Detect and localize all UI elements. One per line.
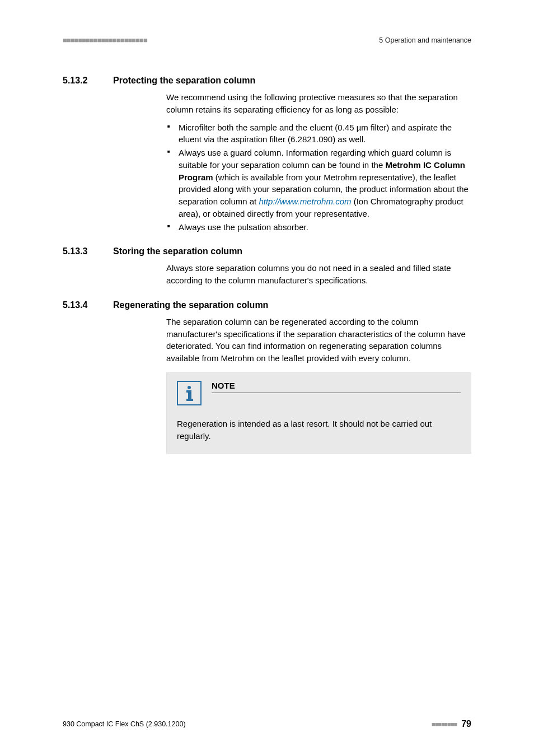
section-5-13-2: 5.13.2 Protecting the separation column … <box>63 76 471 233</box>
note-label: NOTE <box>212 381 461 393</box>
section-body: We recommend using the following protect… <box>166 91 471 233</box>
section-heading-row: 5.13.2 Protecting the separation column <box>63 76 471 86</box>
svg-point-0 <box>188 386 191 389</box>
intro-paragraph: We recommend using the following protect… <box>166 91 471 116</box>
header-dashes: ■■■■■■■■■■■■■■■■■■■■■■ <box>63 36 147 44</box>
section-heading-row: 5.13.3 Storing the separation column <box>63 246 471 256</box>
body-paragraph: Always store separation columns you do n… <box>166 262 471 287</box>
info-glyph-icon <box>184 385 195 401</box>
list-item: Microfilter both the sample and the elue… <box>166 122 471 146</box>
bullet-list: Microfilter both the sample and the elue… <box>166 122 471 234</box>
note-title-wrap: NOTE <box>212 381 461 393</box>
note-block: NOTE Regeneration is intended as a last … <box>166 372 471 454</box>
section-5-13-4: 5.13.4 Regenerating the separation colum… <box>63 300 471 454</box>
list-item-text: Microfilter both the sample and the elue… <box>179 123 452 144</box>
page: ■■■■■■■■■■■■■■■■■■■■■■ 5 Operation and m… <box>0 0 534 756</box>
list-item-text: Always use the pulsation absorber. <box>179 222 308 232</box>
metrohm-link[interactable]: http://www.metrohm.com <box>259 197 351 206</box>
list-item: Always use the pulsation absorber. <box>166 221 471 234</box>
section-5-13-3: 5.13.3 Storing the separation column Alw… <box>63 246 471 287</box>
footer-dashes: ■■■■■■■■ <box>432 721 457 727</box>
section-body: Always store separation columns you do n… <box>166 262 471 287</box>
footer-doc-id: 930 Compact IC Flex ChS (2.930.1200) <box>63 720 186 728</box>
section-title: Storing the separation column <box>113 246 242 256</box>
svg-rect-3 <box>186 399 193 401</box>
header-chapter: 5 Operation and maintenance <box>379 36 471 44</box>
note-text: Regeneration is intended as a last resor… <box>177 418 461 442</box>
info-icon <box>177 381 202 405</box>
section-number: 5.13.3 <box>63 246 113 256</box>
section-title: Regenerating the separation column <box>113 300 268 310</box>
header-bar: ■■■■■■■■■■■■■■■■■■■■■■ 5 Operation and m… <box>63 36 471 44</box>
svg-rect-2 <box>188 390 191 399</box>
footer: 930 Compact IC Flex ChS (2.930.1200) ■■■… <box>63 719 471 729</box>
page-number: 79 <box>461 719 471 729</box>
list-item: Always use a guard column. Information r… <box>166 147 471 220</box>
section-number: 5.13.2 <box>63 76 113 86</box>
note-header-row: NOTE <box>177 381 461 405</box>
footer-right: ■■■■■■■■ 79 <box>432 719 471 729</box>
section-heading-row: 5.13.4 Regenerating the separation colum… <box>63 300 471 310</box>
body-paragraph: The separation column can be regenerated… <box>166 316 471 365</box>
section-body: The separation column can be regenerated… <box>166 316 471 365</box>
section-title: Protecting the separation column <box>113 76 255 86</box>
section-number: 5.13.4 <box>63 300 113 310</box>
